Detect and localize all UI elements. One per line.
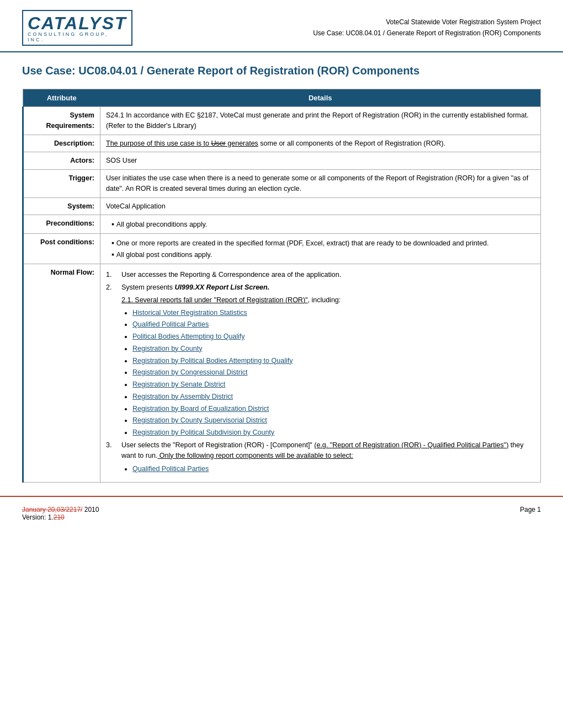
link-reg-subdivision[interactable]: Registration by Political Subdivision by… [132,429,274,436]
label-system: System: [23,197,100,215]
header-text: VoteCal Statewide Voter Registration Sys… [132,17,541,38]
footer-left: January 20,03/2217/ 2010 Version: 1.210 [22,506,99,521]
link-reg-board[interactable]: Registration by Board of Equalization Di… [132,405,269,413]
link-reg-congressional[interactable]: Registration by Congressional District [132,368,247,376]
flow-num-2: 2. [106,282,121,293]
header-line2: Use Case: UC08.04.01 / Generate Report o… [132,28,541,39]
col-attribute: Attribute [23,89,100,107]
label-actors: Actors: [23,152,100,170]
flow-num-1: 1. [106,270,121,280]
row-preconditions: Preconditions: All global preconditions … [23,215,541,234]
flow-link-10[interactable]: Registration by County Supervisorial Dis… [132,415,535,426]
row-system-requirements: SystemRequirements: S24.1 In accordance … [23,107,541,135]
logo-area: CATALYST Consulting Group, Inc. [22,10,132,46]
col-details: Details [100,89,541,107]
flow-text-2: System presents UI999.XX Report List Scr… [121,282,269,293]
flow-2-1-text: 2.1. Several reports fall under "Report … [121,296,341,304]
page-title: Use Case: UC08.04.01 / Generate Report o… [0,63,563,89]
flow-3-suffix: Only the following report components wil… [157,452,353,459]
flow-text-1: User accesses the Reporting & Correspond… [121,270,341,280]
flow-link-6[interactable]: Registration by Congressional District [132,367,535,378]
page-header: CATALYST Consulting Group, Inc. VoteCal … [0,0,563,52]
flow-3-bullet-1[interactable]: Qualified Political Parties [132,464,535,474]
flow-item-2: 2. System presents UI999.XX Report List … [106,282,535,293]
flow-link-5[interactable]: Registration by Political Bodies Attempt… [132,356,535,366]
footer-page: Page 1 [520,506,541,521]
link-reg-county[interactable]: Registration by County [132,345,202,352]
label-description: Description: [23,135,100,152]
flow-link-3[interactable]: Political Bodies Attempting to Qualify [132,331,535,342]
flow-3-eg: (e.g. "Report of Registration (ROR) - Qu… [314,441,508,449]
page-footer: January 20,03/2217/ 2010 Version: 1.210 … [0,496,563,527]
label-post-conditions: Post conditions: [23,234,100,264]
row-trigger: Trigger: User initiates the use case whe… [23,170,541,198]
desc-strike: User [211,140,225,147]
flow-link-8[interactable]: Registration by Assembly District [132,392,535,402]
flow-text-2-prefix: System presents [121,283,175,291]
content-preconditions: All global preconditions apply. [100,215,541,234]
link-political-bodies[interactable]: Political Bodies Attempting to Qualify [132,333,245,340]
footer-date: January 20,03/2217/ 2010 [22,506,99,513]
flow-link-4[interactable]: Registration by County [132,344,535,354]
row-description: Description: The purpose of this use cas… [23,135,541,152]
flow-subitem-2-1: 2.1. Several reports fall under "Report … [121,295,535,438]
content-trigger: User initiates the use case when there i… [100,170,541,198]
footer-version-red: 210 [54,513,65,521]
row-post-conditions: Post conditions: One or more reports are… [23,234,541,264]
content-description: The purpose of this use case is to User … [100,135,541,152]
content-actors: SOS User [100,152,541,170]
flow-links-list: Historical Voter Registration Statistics… [121,308,535,438]
flow-link-7[interactable]: Registration by Senate District [132,379,535,390]
header-line1: VoteCal Statewide Voter Registration Sys… [132,17,541,28]
footer-date-red: January 20,03/2217/ [22,506,82,513]
link-reg-pol-bodies[interactable]: Registration by Political Bodies Attempt… [132,357,293,365]
footer-date-black: 2010 [82,506,99,513]
label-preconditions: Preconditions: [23,215,100,234]
content-post-conditions: One or more reports are created in the s… [100,234,541,264]
main-table: Attribute Details SystemRequirements: S2… [22,89,541,483]
row-system: System: VoteCal Application [23,197,541,215]
flow-item-1: 1. User accesses the Reporting & Corresp… [106,270,535,280]
flow-item-3: 3. User selects the "Report of Registrat… [106,440,535,477]
flow-text-3: User selects the "Report of Registration… [121,440,535,477]
flow-3-prefix: User selects the "Report of Registration… [121,441,314,449]
logo-border: CATALYST Consulting Group, Inc. [22,10,132,46]
flow-2-1-suffix: , including: [308,296,341,304]
precondition-item: All global preconditions apply. [111,218,535,230]
label-system-requirements: SystemRequirements: [23,107,100,135]
link-reg-senate[interactable]: Registration by Senate District [132,381,225,388]
link-reg-assembly[interactable]: Registration by Assembly District [132,393,233,400]
flow-item-3-bullets: Qualified Political Parties [121,464,535,474]
logo-catalyst: CATALYST [28,13,127,34]
post-cond-item1: One or more reports are created in the s… [111,237,535,249]
label-normal-flow: Normal Flow: [23,264,100,483]
content-normal-flow: 1. User accesses the Reporting & Corresp… [100,264,541,483]
flow-3-eg-text: (e.g. "Report of Registration (ROR) - Qu… [314,441,508,449]
footer-version: Version: 1.210 [22,513,99,521]
flow-text-2-bold: UI999.XX Report List Screen. [175,283,270,291]
link-reg-supervisorial[interactable]: Registration by County Supervisorial Dis… [132,416,267,424]
content-system: VoteCal Application [100,197,541,215]
flow-2-1-label: 2.1. Several reports fall under "Report … [121,296,308,304]
desc-underline: The purpose of this use case is to User … [106,140,258,147]
content-system-requirements: S24.1 In accordance with EC §2187, VoteC… [100,107,541,135]
row-actors: Actors: SOS User [23,152,541,170]
link-qualified-pp[interactable]: Qualified Political Parties [132,465,209,473]
flow-link-11[interactable]: Registration by Political Subdivision by… [132,427,535,438]
post-cond-item2: All global post conditions apply. [111,249,535,260]
flow-link-9[interactable]: Registration by Board of Equalization Di… [132,404,535,414]
footer-version-label: Version: 1. [22,513,54,521]
row-normal-flow: Normal Flow: 1. User accesses the Report… [23,264,541,483]
flow-num-3: 3. [106,440,121,451]
flow-link-2[interactable]: Qualified Political Parties [132,319,535,330]
link-qualified[interactable]: Qualified Political Parties [132,320,209,328]
label-trigger: Trigger: [23,170,100,198]
flow-link-1[interactable]: Historical Voter Registration Statistics [132,308,535,318]
link-historical[interactable]: Historical Voter Registration Statistics [132,309,247,317]
